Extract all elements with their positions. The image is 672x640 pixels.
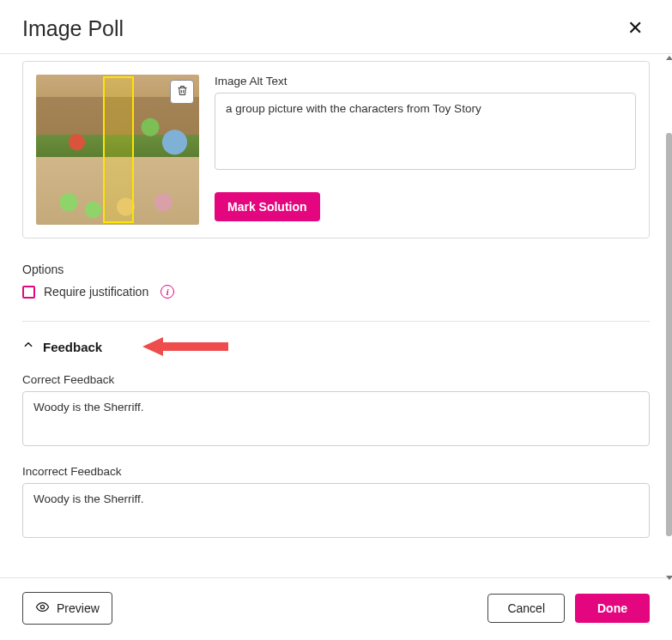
scroll-up-arrow-icon bbox=[666, 56, 672, 60]
require-justification-checkbox[interactable] bbox=[22, 286, 35, 299]
feedback-toggle[interactable]: Feedback bbox=[22, 339, 650, 354]
image-poll-modal: Image Poll ✕ Image Alt Text Mark Solutio… bbox=[0, 0, 672, 640]
alt-text-input[interactable] bbox=[215, 93, 636, 170]
scrollbar[interactable] bbox=[666, 56, 671, 580]
correct-feedback-label: Correct Feedback bbox=[22, 373, 650, 386]
preview-button-label: Preview bbox=[57, 601, 100, 615]
trash-icon bbox=[176, 84, 189, 100]
section-divider bbox=[22, 321, 650, 322]
annotation-arrow-icon bbox=[142, 335, 228, 359]
feedback-section: Correct Feedback Incorrect Feedback bbox=[22, 373, 650, 557]
cancel-button[interactable]: Cancel bbox=[487, 594, 565, 623]
modal-footer: Preview Cancel Done bbox=[0, 577, 672, 640]
incorrect-feedback-label: Incorrect Feedback bbox=[22, 465, 650, 478]
mark-solution-button[interactable]: Mark Solution bbox=[215, 192, 320, 221]
svg-marker-0 bbox=[142, 337, 228, 356]
close-icon: ✕ bbox=[627, 17, 643, 39]
info-icon[interactable]: i bbox=[160, 285, 174, 299]
delete-image-button[interactable] bbox=[170, 80, 194, 104]
preview-button[interactable]: Preview bbox=[22, 592, 112, 625]
modal-title: Image Poll bbox=[22, 16, 124, 41]
eye-icon bbox=[35, 600, 50, 617]
svg-point-1 bbox=[40, 605, 44, 608]
alt-text-label: Image Alt Text bbox=[215, 75, 636, 88]
require-justification-label: Require justification bbox=[44, 285, 148, 299]
scroll-down-arrow-icon bbox=[666, 576, 672, 580]
image-preview[interactable] bbox=[36, 75, 199, 225]
close-button[interactable]: ✕ bbox=[621, 15, 650, 41]
correct-feedback-input[interactable] bbox=[22, 391, 650, 446]
done-button[interactable]: Done bbox=[575, 594, 650, 623]
incorrect-feedback-input[interactable] bbox=[22, 483, 650, 538]
chevron-up-icon bbox=[22, 339, 34, 354]
options-heading: Options bbox=[22, 263, 650, 276]
modal-body: Image Alt Text Mark Solution Options Req… bbox=[0, 54, 672, 577]
scroll-thumb[interactable] bbox=[666, 133, 672, 536]
modal-header: Image Poll ✕ bbox=[0, 0, 672, 54]
require-justification-row: Require justification i bbox=[22, 285, 650, 299]
feedback-heading: Feedback bbox=[43, 340, 102, 354]
image-card: Image Alt Text Mark Solution bbox=[22, 61, 650, 238]
footer-actions: Cancel Done bbox=[487, 594, 650, 623]
options-section: Options Require justification i bbox=[22, 263, 650, 299]
image-meta: Image Alt Text Mark Solution bbox=[215, 75, 636, 225]
